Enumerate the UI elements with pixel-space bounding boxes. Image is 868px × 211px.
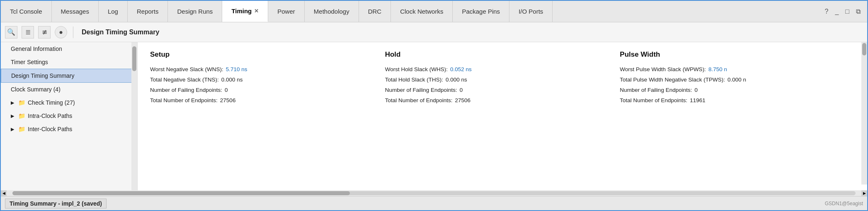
sidebar-scroll-thumb[interactable]	[132, 46, 136, 71]
tab-tcl-console[interactable]: Tcl Console	[1, 1, 52, 22]
pw-tpws-row: Total Pulse Width Negative Slack (TPWS):…	[620, 77, 842, 83]
window-actions: ? _ □ ⧉	[818, 1, 867, 22]
main-content: Setup Worst Negative Slack (WNS): 5.710 …	[138, 42, 867, 190]
tab-log[interactable]: Log	[99, 1, 128, 22]
sidebar-item-check-timing[interactable]: ▶ 📁 Check Timing (27)	[1, 96, 137, 109]
tab-close-timing[interactable]: ✕	[254, 8, 259, 14]
hold-whs-row: Worst Hold Slack (WHS): 0.052 ns	[385, 66, 608, 72]
timing-columns: Setup Worst Negative Slack (WNS): 5.710 …	[150, 50, 855, 108]
toolbar: 🔍 ≣ ≢ ● Design Timing Summary	[1, 22, 867, 42]
sidebar-scrollbar[interactable]	[131, 42, 137, 190]
sidebar-item-timer-settings[interactable]: Timer Settings	[1, 55, 137, 69]
sidebar-item-intra-clock-paths[interactable]: ▶ 📁 Intra-Clock Paths	[1, 109, 137, 122]
sidebar-item-inter-clock-paths[interactable]: ▶ 📁 Inter-Clock Paths	[1, 122, 137, 136]
setup-column: Setup Worst Negative Slack (WNS): 5.710 …	[150, 50, 385, 108]
minimize-button[interactable]: _	[833, 7, 840, 16]
status-bar: Timing Summary - impl_2 (saved) GSDN1@5e…	[1, 196, 867, 210]
folder-icon: 📁	[18, 99, 25, 106]
tab-drc[interactable]: DRC	[359, 1, 391, 22]
tab-messages[interactable]: Messages	[52, 1, 99, 22]
bottom-area: ◀ ▶ Timing Summary - impl_2 (saved) GSDN…	[1, 190, 867, 210]
watermark: GSDN1@5eagist	[825, 201, 863, 206]
vertical-scrollbar[interactable]	[861, 42, 867, 185]
tab-timing[interactable]: Timing ✕	[222, 1, 268, 22]
setup-wns-row: Worst Negative Slack (WNS): 5.710 ns	[150, 66, 373, 72]
setup-fail-ep-row: Number of Failing Endpoints: 0	[150, 87, 373, 93]
arrow-icon: ▶	[11, 113, 14, 119]
folder-icon: 📁	[18, 113, 25, 119]
folder-icon: 📁	[18, 126, 25, 132]
sidebar-item-general-information[interactable]: General Information	[1, 42, 137, 55]
hold-ths-row: Total Hold Slack (THS): 0.000 ns	[385, 77, 608, 83]
toolbar-separator	[73, 26, 73, 38]
hold-fail-ep-row: Number of Failing Endpoints: 0	[385, 87, 608, 93]
arrow-icon: ▶	[11, 100, 14, 106]
hscroll-right-arrow[interactable]: ▶	[861, 190, 867, 196]
hscroll-left-arrow[interactable]: ◀	[1, 190, 7, 196]
pw-total-ep-row: Total Number of Endpoints: 11961	[620, 97, 842, 103]
tab-design-runs[interactable]: Design Runs	[168, 1, 222, 22]
hold-column: Hold Worst Hold Slack (WHS): 0.052 ns To…	[385, 50, 620, 108]
hscroll-track	[12, 191, 856, 195]
help-button[interactable]: ?	[823, 7, 830, 16]
hscroll-thumb[interactable]	[12, 191, 350, 195]
tab-io-ports[interactable]: I/O Ports	[509, 1, 553, 22]
tab-methodology[interactable]: Methodology	[305, 1, 359, 22]
sidebar: General Information Timer Settings Desig…	[1, 42, 138, 190]
tab-clock-networks[interactable]: Clock Networks	[391, 1, 453, 22]
pw-wpws-row: Worst Pulse Width Slack (WPWS): 8.750 n	[620, 66, 842, 72]
sidebar-item-clock-summary[interactable]: Clock Summary (4)	[1, 83, 137, 96]
search-icon[interactable]: 🔍	[5, 26, 17, 38]
setup-total-ep-row: Total Number of Endpoints: 27506	[150, 97, 373, 103]
pulse-width-title: Pulse Width	[620, 50, 842, 60]
tab-package-pins[interactable]: Package Pins	[453, 1, 509, 22]
tab-reports[interactable]: Reports	[128, 1, 168, 22]
restore-button[interactable]: □	[844, 7, 851, 16]
pulse-width-column: Pulse Width Worst Pulse Width Slack (WPW…	[620, 50, 855, 108]
toolbar-title: Design Timing Summary	[82, 29, 159, 36]
tab-power[interactable]: Power	[268, 1, 305, 22]
content-area: General Information Timer Settings Desig…	[1, 42, 867, 190]
filter-up-icon[interactable]: ≢	[38, 26, 51, 38]
pw-fail-ep-row: Number of Failing Endpoints: 0	[620, 87, 842, 93]
main-window: Tcl Console Messages Log Reports Design …	[0, 0, 868, 211]
hold-title: Hold	[385, 50, 608, 60]
arrow-icon: ▶	[11, 127, 14, 132]
timing-content: Setup Worst Negative Slack (WNS): 5.710 …	[138, 42, 867, 116]
status-label: Timing Summary - impl_2 (saved)	[5, 199, 107, 209]
filter-down-icon[interactable]: ≣	[22, 26, 34, 38]
options-icon[interactable]: ●	[55, 26, 67, 38]
tab-bar: Tcl Console Messages Log Reports Design …	[1, 1, 867, 22]
hold-total-ep-row: Total Number of Endpoints: 27506	[385, 97, 608, 103]
setup-tns-row: Total Negative Slack (TNS): 0.000 ns	[150, 77, 373, 83]
vertical-scroll-thumb[interactable]	[862, 43, 866, 55]
setup-title: Setup	[150, 50, 373, 60]
horizontal-scrollbar[interactable]: ◀ ▶	[1, 190, 867, 196]
maximize-button[interactable]: ⧉	[854, 7, 862, 16]
sidebar-item-design-timing-summary[interactable]: Design Timing Summary	[1, 69, 137, 83]
